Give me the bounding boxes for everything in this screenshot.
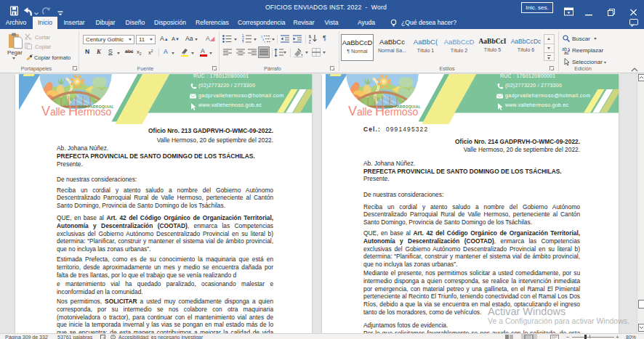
svg-text:1: 1 [264, 41, 266, 44]
svg-text:Z: Z [309, 39, 311, 44]
svg-text:3: 3 [242, 41, 244, 44]
svg-text:A: A [309, 34, 312, 39]
